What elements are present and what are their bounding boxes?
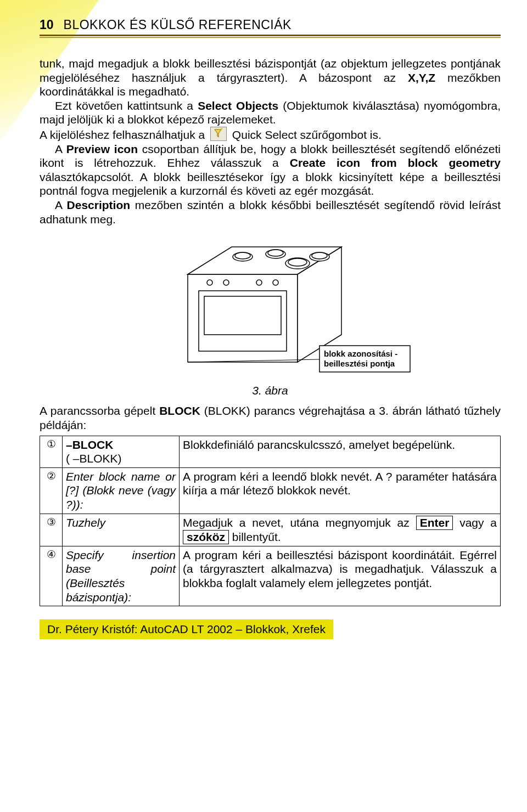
step-description: Megadjuk a nevet, utána megnyomjuk az En…	[180, 514, 501, 546]
svg-point-10	[256, 280, 262, 285]
step-input: –BLOCK ( –BLOKK)	[63, 436, 180, 467]
quick-select-icon	[210, 127, 227, 141]
svg-marker-1	[215, 129, 221, 137]
section-title: BLOKKOK ÉS KÜLSŐ REFERENCIÁK	[64, 18, 291, 32]
step-description: A program kéri a beillesztési bázispont …	[180, 546, 501, 606]
enter-key: Enter	[416, 516, 453, 530]
paragraph-1: tunk, majd megadjuk a blokk beillesztési…	[40, 57, 501, 99]
callout-line-1: blokk azonosítási -	[324, 349, 397, 358]
paragraph-4: A Preview icon csoportban állítjuk be, h…	[40, 142, 501, 198]
page-header: 10 BLOKKOK ÉS KÜLSŐ REFERENCIÁK	[40, 18, 501, 36]
svg-rect-6	[199, 291, 287, 351]
svg-point-15	[268, 250, 283, 256]
step-number: ②	[40, 467, 63, 514]
step-number: ①	[40, 436, 63, 467]
step-description: A program kéri a leendő blokk nevét. A ?…	[180, 467, 501, 514]
step-input: Enter block name or [?] (Blokk neve (vag…	[63, 467, 180, 514]
page-footer: Dr. Pétery Kristóf: AutoCAD LT 2002 – Bl…	[40, 619, 333, 639]
space-key: szóköz	[183, 530, 229, 544]
table-row: ④ Specify insertion base point (Beillesz…	[40, 546, 501, 606]
svg-point-8	[207, 280, 212, 285]
svg-point-17	[288, 258, 307, 266]
svg-point-9	[223, 280, 229, 285]
header-rule	[40, 37, 501, 38]
step-input: Specify insertion base point (Beilleszté…	[63, 546, 180, 606]
table-row: ② Enter block name or [?] (Blokk neve (v…	[40, 467, 501, 514]
figure-caption: 3. ábra	[40, 384, 501, 397]
page-number: 10	[40, 18, 54, 32]
after-figure-paragraph: A parancssorba gépelt BLOCK (BLOKK) para…	[40, 404, 501, 432]
paragraph-3: A kijelöléshez felhasználhatjuk a Quick …	[40, 127, 501, 142]
step-number: ④	[40, 546, 63, 606]
step-input: Tuzhely	[63, 514, 180, 546]
paragraph-2: Ezt követően kattintsunk a Select Object…	[40, 99, 501, 127]
svg-point-13	[235, 252, 250, 259]
svg-point-11	[273, 280, 278, 285]
step-number: ③	[40, 514, 63, 546]
table-row: ③ Tuzhely Megadjuk a nevet, utána megnyo…	[40, 514, 501, 546]
svg-line-2	[220, 128, 222, 130]
step-description: Blokkdefiniáló parancskulcsszó, amelyet …	[180, 436, 501, 467]
svg-point-19	[312, 252, 327, 259]
figure-3: blokk azonosítási - beillesztési pontja	[40, 236, 501, 379]
command-table: ① –BLOCK ( –BLOKK) Blokkdefiniáló paranc…	[40, 436, 501, 607]
table-row: ① –BLOCK ( –BLOKK) Blokkdefiniáló paranc…	[40, 436, 501, 467]
callout-line-2: beillesztési pontja	[324, 359, 395, 368]
paragraph-5: A Description mezőben szintén a blokk ké…	[40, 198, 501, 226]
stove-illustration: blokk azonosítási - beillesztési pontja	[127, 236, 413, 379]
